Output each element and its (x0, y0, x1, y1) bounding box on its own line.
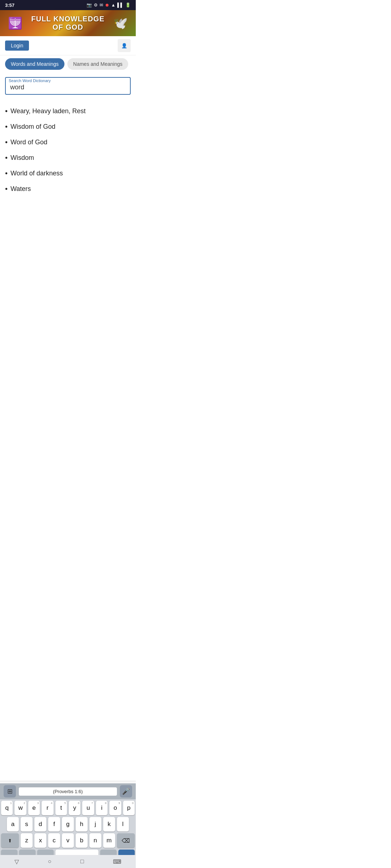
app-title: FULL KNOWLEDGE OF GOD (29, 15, 107, 31)
toolbar: Login 👤 (0, 36, 136, 55)
app-header: 🕎 FULL KNOWLEDGE OF GOD 🕊️ (0, 10, 136, 36)
user-icon: 👤 (121, 43, 127, 48)
results-list: Weary, Heavy laden, Rest Wisdom of God W… (0, 98, 136, 203)
list-item[interactable]: Wisdom (5, 150, 131, 166)
search-container: Search Word Dictionary (0, 73, 136, 98)
list-item[interactable]: Word of God (5, 135, 131, 150)
tab-words-and-meanings[interactable]: Words and Meanings (5, 58, 64, 70)
list-item[interactable]: Waters (5, 181, 131, 197)
user-icon-button[interactable]: 👤 (118, 39, 131, 52)
list-item[interactable]: Weary, Heavy laden, Rest (5, 103, 131, 119)
wifi-icon: ▲ (111, 3, 115, 8)
mail-icon: ✉ (100, 3, 103, 8)
list-item[interactable]: Wisdom of God (5, 119, 131, 135)
record-icon: ⏺ (105, 3, 109, 8)
status-bar: 3:57 📷 ⚙ ✉ ⏺ ▲ ▌▌ 🔋 (0, 0, 136, 10)
dove-icon: 🕊️ (111, 14, 130, 33)
status-time: 3:57 (5, 3, 14, 8)
battery-icon: 🔋 (125, 3, 131, 8)
tabs-container: Words and Meanings Names and Meanings (0, 55, 136, 73)
camera-icon: 📷 (87, 3, 92, 8)
settings-icon: ⚙ (94, 3, 98, 8)
tab-names-and-meanings[interactable]: Names and Meanings (67, 58, 128, 70)
login-button[interactable]: Login (5, 41, 29, 51)
search-label: Search Word Dictionary (7, 78, 52, 83)
signal-icon: ▌▌ (117, 3, 123, 8)
menorah-icon: 🕎 (6, 14, 25, 33)
list-item[interactable]: World of darkness (5, 166, 131, 181)
status-icons: 📷 ⚙ ✉ ⏺ ▲ ▌▌ 🔋 (87, 3, 131, 8)
